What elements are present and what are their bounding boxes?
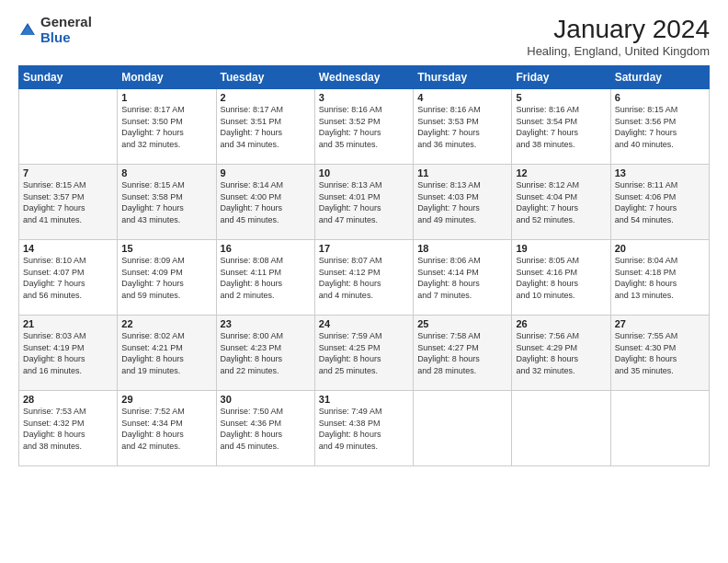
day-info: Sunrise: 7:55 AM Sunset: 4:30 PM Dayligh… [615,330,705,376]
cell-w4-d3: 23Sunrise: 8:00 AM Sunset: 4:23 PM Dayli… [216,316,314,391]
day-info: Sunrise: 7:49 AM Sunset: 4:38 PM Dayligh… [319,406,409,452]
day-info: Sunrise: 8:06 AM Sunset: 4:14 PM Dayligh… [417,255,507,301]
cell-w5-d5 [414,391,512,466]
day-number: 19 [516,243,606,254]
day-info: Sunrise: 7:50 AM Sunset: 4:36 PM Dayligh… [221,406,311,452]
day-info: Sunrise: 8:17 AM Sunset: 3:50 PM Dayligh… [121,104,211,150]
cell-w2-d3: 9Sunrise: 8:14 AM Sunset: 4:00 PM Daylig… [216,165,314,240]
day-number: 20 [615,243,705,254]
cell-w4-d5: 25Sunrise: 7:58 AM Sunset: 4:27 PM Dayli… [414,316,512,391]
day-info: Sunrise: 8:13 AM Sunset: 4:01 PM Dayligh… [319,179,409,225]
day-number: 24 [319,318,409,329]
week-row-4: 21Sunrise: 8:03 AM Sunset: 4:19 PM Dayli… [19,316,710,391]
day-info: Sunrise: 8:04 AM Sunset: 4:18 PM Dayligh… [615,255,705,301]
day-number: 16 [221,243,311,254]
week-row-1: 1Sunrise: 8:17 AM Sunset: 3:50 PM Daylig… [19,89,710,165]
day-number: 12 [516,167,606,178]
day-header-sunday: Sunday [19,66,118,89]
week-row-5: 28Sunrise: 7:53 AM Sunset: 4:32 PM Dayli… [19,391,710,466]
calendar-subtitle: Healing, England, United Kingdom [527,44,710,58]
day-info: Sunrise: 8:08 AM Sunset: 4:11 PM Dayligh… [221,255,311,301]
cell-w2-d6: 12Sunrise: 8:12 AM Sunset: 4:04 PM Dayli… [512,165,610,240]
day-number: 21 [23,318,113,329]
day-info: Sunrise: 8:15 AM Sunset: 3:58 PM Dayligh… [121,179,211,225]
cell-w4-d6: 26Sunrise: 7:56 AM Sunset: 4:29 PM Dayli… [512,316,610,391]
day-number: 18 [417,243,507,254]
cell-w3-d5: 18Sunrise: 8:06 AM Sunset: 4:14 PM Dayli… [414,240,512,316]
week-row-2: 7Sunrise: 8:15 AM Sunset: 3:57 PM Daylig… [19,165,710,240]
cell-w3-d2: 15Sunrise: 8:09 AM Sunset: 4:09 PM Dayli… [118,240,216,316]
title-block: January 2024 Healing, England, United Ki… [527,15,710,58]
day-header-friday: Friday [512,66,610,89]
day-info: Sunrise: 8:16 AM Sunset: 3:54 PM Dayligh… [516,104,606,150]
day-number: 9 [221,167,311,178]
cell-w4-d4: 24Sunrise: 7:59 AM Sunset: 4:25 PM Dayli… [314,316,413,391]
cell-w1-d3: 2Sunrise: 8:17 AM Sunset: 3:51 PM Daylig… [216,89,314,165]
cell-w2-d1: 7Sunrise: 8:15 AM Sunset: 3:57 PM Daylig… [19,165,118,240]
cell-w2-d7: 13Sunrise: 8:11 AM Sunset: 4:06 PM Dayli… [610,165,709,240]
cell-w1-d5: 4Sunrise: 8:16 AM Sunset: 3:53 PM Daylig… [414,89,512,165]
day-info: Sunrise: 7:56 AM Sunset: 4:29 PM Dayligh… [516,330,606,376]
cell-w3-d3: 16Sunrise: 8:08 AM Sunset: 4:11 PM Dayli… [216,240,314,316]
cell-w2-d5: 11Sunrise: 8:13 AM Sunset: 4:03 PM Dayli… [414,165,512,240]
week-row-3: 14Sunrise: 8:10 AM Sunset: 4:07 PM Dayli… [19,240,710,316]
day-number: 30 [221,394,311,405]
cell-w5-d7 [610,391,709,466]
day-info: Sunrise: 8:16 AM Sunset: 3:52 PM Dayligh… [319,104,409,150]
cell-w1-d7: 6Sunrise: 8:15 AM Sunset: 3:56 PM Daylig… [610,89,709,165]
day-info: Sunrise: 8:03 AM Sunset: 4:19 PM Dayligh… [23,330,113,376]
day-info: Sunrise: 8:13 AM Sunset: 4:03 PM Dayligh… [417,179,507,225]
day-number: 15 [121,243,211,254]
day-info: Sunrise: 8:16 AM Sunset: 3:53 PM Dayligh… [417,104,507,150]
cell-w3-d7: 20Sunrise: 8:04 AM Sunset: 4:18 PM Dayli… [610,240,709,316]
day-info: Sunrise: 8:09 AM Sunset: 4:09 PM Dayligh… [121,255,211,301]
cell-w3-d4: 17Sunrise: 8:07 AM Sunset: 4:12 PM Dayli… [314,240,413,316]
day-header-saturday: Saturday [610,66,709,89]
day-number: 23 [221,318,311,329]
day-info: Sunrise: 7:58 AM Sunset: 4:27 PM Dayligh… [417,330,507,376]
day-info: Sunrise: 8:02 AM Sunset: 4:21 PM Dayligh… [121,330,211,376]
day-info: Sunrise: 7:52 AM Sunset: 4:34 PM Dayligh… [121,406,211,452]
calendar-title: January 2024 [527,15,710,44]
header: General Blue January 2024 Healing, Engla… [18,15,710,58]
cell-w4-d1: 21Sunrise: 8:03 AM Sunset: 4:19 PM Dayli… [19,316,118,391]
day-info: Sunrise: 7:53 AM Sunset: 4:32 PM Dayligh… [23,406,113,452]
day-number: 14 [23,243,113,254]
day-number: 3 [319,92,409,103]
day-number: 11 [417,167,507,178]
cell-w3-d6: 19Sunrise: 8:05 AM Sunset: 4:16 PM Dayli… [512,240,610,316]
cell-w4-d7: 27Sunrise: 7:55 AM Sunset: 4:30 PM Dayli… [610,316,709,391]
page: General Blue January 2024 Healing, Engla… [0,0,728,563]
day-number: 31 [319,394,409,405]
day-number: 22 [121,318,211,329]
calendar-table: SundayMondayTuesdayWednesdayThursdayFrid… [18,65,710,466]
cell-w5-d1: 28Sunrise: 7:53 AM Sunset: 4:32 PM Dayli… [19,391,118,466]
logo-general: General [40,15,92,30]
day-number: 6 [615,92,705,103]
cell-w2-d2: 8Sunrise: 8:15 AM Sunset: 3:58 PM Daylig… [118,165,216,240]
day-header-thursday: Thursday [414,66,512,89]
day-header-wednesday: Wednesday [314,66,413,89]
day-number: 4 [417,92,507,103]
cell-w1-d6: 5Sunrise: 8:16 AM Sunset: 3:54 PM Daylig… [512,89,610,165]
day-number: 26 [516,318,606,329]
day-number: 28 [23,394,113,405]
day-number: 25 [417,318,507,329]
day-info: Sunrise: 8:05 AM Sunset: 4:16 PM Dayligh… [516,255,606,301]
logo-blue: Blue [40,30,92,46]
logo: General Blue [18,15,92,45]
day-info: Sunrise: 8:07 AM Sunset: 4:12 PM Dayligh… [319,255,409,301]
day-number: 8 [121,167,211,178]
day-info: Sunrise: 8:10 AM Sunset: 4:07 PM Dayligh… [23,255,113,301]
day-number: 5 [516,92,606,103]
cell-w4-d2: 22Sunrise: 8:02 AM Sunset: 4:21 PM Dayli… [118,316,216,391]
cell-w5-d2: 29Sunrise: 7:52 AM Sunset: 4:34 PM Dayli… [118,391,216,466]
day-header-tuesday: Tuesday [216,66,314,89]
day-number: 27 [615,318,705,329]
cell-w5-d3: 30Sunrise: 7:50 AM Sunset: 4:36 PM Dayli… [216,391,314,466]
days-header-row: SundayMondayTuesdayWednesdayThursdayFrid… [19,66,710,89]
day-info: Sunrise: 8:15 AM Sunset: 3:57 PM Dayligh… [23,179,113,225]
cell-w2-d4: 10Sunrise: 8:13 AM Sunset: 4:01 PM Dayli… [314,165,413,240]
day-info: Sunrise: 7:59 AM Sunset: 4:25 PM Dayligh… [319,330,409,376]
day-info: Sunrise: 8:11 AM Sunset: 4:06 PM Dayligh… [615,179,705,225]
